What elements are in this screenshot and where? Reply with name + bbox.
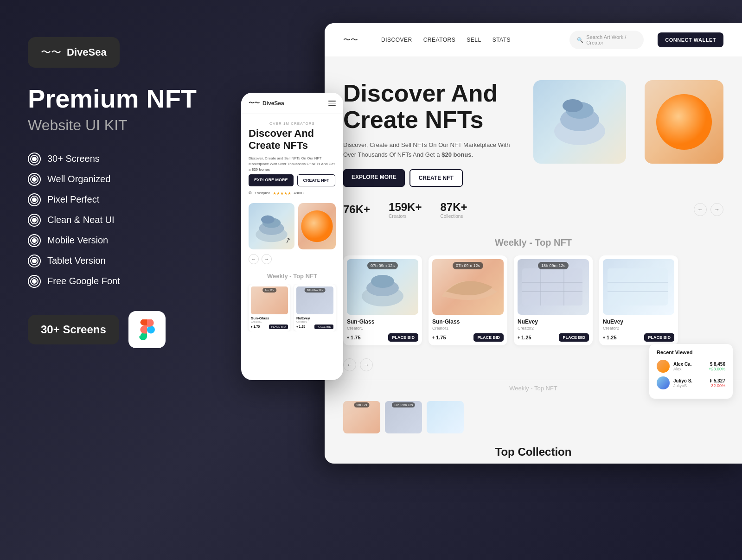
- hamburger-line-2: [328, 103, 336, 104]
- mobile-nft-creator-1: Creator1: [251, 320, 288, 323]
- search-icon: 🔍: [577, 37, 583, 43]
- place-bid-btn-2[interactable]: PLACE BID: [473, 333, 504, 342]
- mobile-timer-2: 18h 09m 12s: [305, 288, 326, 293]
- hamburger-menu[interactable]: [328, 101, 336, 106]
- nft-arrow-prev[interactable]: ←: [343, 358, 356, 371]
- mobile-images-section: ↗: [241, 203, 343, 249]
- bottom-nft-img-1: 9m 12s: [343, 401, 380, 433]
- hero-image-1: [533, 80, 626, 164]
- eth-icon-4: ♦: [603, 335, 605, 340]
- rv-title: Recent Viewed: [657, 350, 725, 355]
- nft-card-3: 18h 09m 12s NuEvey Creator2 ♦ 1.25 PLACE…: [514, 255, 593, 345]
- eye-icon-1: [32, 157, 37, 161]
- mobile-arrow-next[interactable]: →: [262, 254, 272, 264]
- mobile-explore-btn[interactable]: EXPLORE MORE: [249, 174, 294, 186]
- nft-card-name-2: Sun-Glass: [432, 318, 504, 325]
- nft-timer-3: 18h 09m 12s: [538, 262, 569, 269]
- svg-point-7: [371, 275, 394, 288]
- mobile-nft-creator-2: Creator2: [296, 320, 333, 323]
- mobile-hero-title: Discover And Create NFTs: [249, 127, 336, 152]
- mobile-arrow-prev[interactable]: ←: [249, 254, 259, 264]
- stat-nav-arrows: ← →: [694, 203, 723, 216]
- feature-item-1: 30+ Screens: [28, 153, 223, 165]
- bottom-nft-preview: 9m 12s 18h 09m 12s: [325, 396, 742, 438]
- nft-card-footer-1: ♦ 1.75 PLACE BID: [347, 333, 418, 342]
- desktop-hero-title: Discover And Create NFTs: [343, 80, 515, 133]
- arrow-next[interactable]: →: [710, 203, 723, 216]
- hamburger-line-1: [328, 101, 336, 102]
- stats-row: 76K+ 159K+ Creators 87K+ Collections ← →: [325, 201, 742, 228]
- bottom-nft-timer-2: 18h 09m 12s: [392, 402, 415, 407]
- mobile-hero-img-1: ↗: [249, 203, 294, 249]
- svg-point-3: [563, 99, 583, 112]
- nav-stats[interactable]: STATS: [493, 37, 511, 43]
- eth-icon-1: ♦: [347, 335, 349, 340]
- nft-price-4: ♦ 1.25: [603, 335, 617, 340]
- mobile-logo-waves-icon: 〜〜: [249, 99, 260, 107]
- mobile-create-btn[interactable]: CREATE NFT: [297, 174, 335, 186]
- connect-wallet-button[interactable]: CONNECT WALLET: [658, 32, 723, 47]
- nft-grid: 07h 09m 12s Sun-Glass Creator1 ♦ 1.75 PL…: [325, 255, 742, 355]
- arrow-prev[interactable]: ←: [694, 203, 707, 216]
- desktop-hero-buttons: EXPLORE MORE CREATE NFT: [343, 169, 515, 187]
- recent-viewed-panel: Recent Viewed Alex Ca. Alex $ 8,456 +23.…: [649, 344, 733, 399]
- mobile-buttons: EXPLORE MORE CREATE NFT: [249, 174, 336, 186]
- mobile-hero-desc: Discover, Create and Sell NFTs On Our NF…: [249, 156, 336, 172]
- desktop-mockup: 〜〜 DISCOVER CREATORS SELL STATS 🔍 Search…: [325, 23, 742, 464]
- rv-value-2: ₣ 5,327 -32.00%: [710, 378, 725, 388]
- nft-card-name-4: NuEvey: [603, 318, 674, 325]
- place-bid-btn-1[interactable]: PLACE BID: [388, 333, 418, 342]
- feature-icon-4: [28, 214, 41, 227]
- nft-arrow-next[interactable]: →: [360, 358, 373, 371]
- nav-discover[interactable]: DISCOVER: [381, 37, 412, 43]
- rv-avatar-2: [657, 376, 670, 389]
- nft-card-footer-3: ♦ 1.25 PLACE BID: [518, 333, 589, 342]
- mobile-section-title: Weekly - Top NFT: [241, 269, 343, 284]
- svg-point-4: [656, 94, 712, 150]
- nav-links: DISCOVER CREATORS SELL STATS: [381, 37, 556, 43]
- mobile-nft-footer-2: ♦1.25 PLACE BID: [296, 325, 333, 329]
- mobile-nft-name-2: NuEvey: [296, 316, 333, 320]
- desktop-hero: Discover And Create NFTs Discover, Creat…: [325, 57, 742, 201]
- feature-icon-6: [28, 255, 41, 267]
- rv-item-1: Alex Ca. Alex $ 8,456 +23.00%: [657, 360, 725, 373]
- mobile-place-bid-2[interactable]: PLACE BID: [314, 325, 333, 329]
- place-bid-btn-3[interactable]: PLACE BID: [559, 333, 589, 342]
- svg-point-19: [261, 215, 275, 223]
- nav-search[interactable]: 🔍 Search Art Work / Creator: [569, 31, 644, 49]
- nft-card-creator-2: Creator1: [432, 326, 504, 331]
- explore-more-button[interactable]: EXPLORE MORE: [343, 169, 405, 187]
- svg-point-20: [301, 210, 333, 242]
- svg-rect-8: [522, 268, 582, 305]
- nft-card-footer-4: ♦ 1.25 PLACE BID: [603, 333, 674, 342]
- mobile-nft-card-2: 18h 09m 12s NuEvey Creator2 ♦1.25 PLACE …: [294, 284, 336, 331]
- create-nft-button[interactable]: CREATE NFT: [409, 169, 463, 187]
- logo-text: DiveSea: [67, 46, 107, 58]
- feature-list: 30+ Screens Well Organized Pixel Perfect…: [28, 153, 223, 288]
- mobile-hero-img-2: [298, 203, 336, 249]
- nav-creators[interactable]: CREATORS: [423, 37, 456, 43]
- feature-item-6: Tablet Version: [28, 255, 223, 267]
- nft-card-creator-3: Creator2: [518, 326, 589, 331]
- nft-card-creator-4: Creator2: [603, 326, 674, 331]
- mobile-place-bid-1[interactable]: PLACE BID: [269, 325, 288, 329]
- feature-item-5: Mobile Version: [28, 234, 223, 247]
- rv-value-1: $ 8,456 +23.00%: [709, 362, 725, 371]
- mobile-mockup: 〜〜 DiveSea OVER 1M CREATORS Discover And…: [241, 93, 343, 380]
- trustpilot-row: ✪ Trustpilot ★★★★★ 4900+: [249, 191, 336, 196]
- feature-item-2: Well Organized: [28, 173, 223, 186]
- bottom-nft-timer-1: 9m 12s: [354, 402, 370, 407]
- mobile-nft-price-2: ♦1.25: [296, 325, 305, 328]
- top-collection-title: Top Collection: [325, 438, 742, 464]
- mobile-nft-card-1: 9m 12s Sun-Glass Creator1 ♦1.75 PLACE BI…: [249, 284, 290, 331]
- nft-card-name-3: NuEvey: [518, 318, 589, 325]
- stat-3: 87K+ Collections: [440, 201, 467, 219]
- nav-sell[interactable]: SELL: [467, 37, 481, 43]
- place-bid-btn-4[interactable]: PLACE BID: [644, 333, 674, 342]
- nft-timer-1: 07h 09m 12s: [367, 262, 398, 269]
- bottom-badge: 30+ Screens: [28, 311, 223, 348]
- weekly-nft-title: Weekly - Top NFT: [325, 228, 742, 255]
- hero-main-subtitle: Website UI KIT: [28, 117, 223, 134]
- stat-1: 76K+: [343, 203, 370, 216]
- eye-icon-5: [32, 238, 37, 243]
